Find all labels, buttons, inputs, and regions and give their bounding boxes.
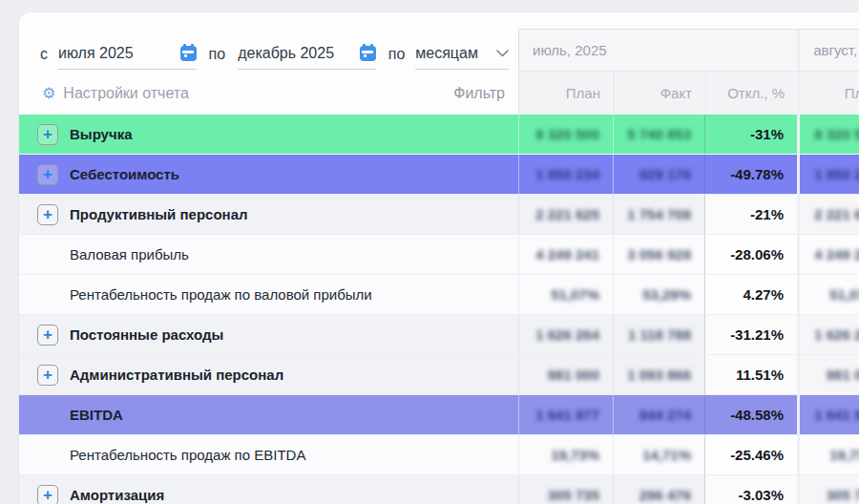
calendar-icon[interactable] — [180, 45, 197, 61]
date-from-field[interactable]: июля 2025 — [58, 40, 197, 70]
fact-value: 844 274 — [639, 407, 691, 423]
fact-cell: 1 093 866 — [613, 355, 704, 394]
next-month-plan-cell: 2 221 625 — [797, 195, 859, 234]
row-label: Рентабельность продаж по EBITDA — [70, 447, 305, 463]
plan-cell: 51,07% — [518, 275, 613, 314]
row-label: Рентабельность продаж по валовой прибыли — [70, 286, 372, 303]
table-row[interactable]: Рентабельность продаж по валовой прибыли… — [19, 275, 859, 315]
plan-value: 19,73% — [551, 447, 599, 463]
row-label: Амортизация — [70, 487, 164, 503]
plan-cell: 1 641 977 — [518, 395, 613, 434]
calendar-icon[interactable] — [360, 45, 376, 61]
plan-value: 51,07% — [551, 286, 599, 303]
table-row[interactable]: + Амортизация 305 735 296 476 -3.03% 305… — [19, 475, 859, 504]
fact-value: 1 118 788 — [628, 326, 691, 343]
report-settings-button[interactable]: ⚙ Настройки отчета — [42, 85, 189, 102]
deviation-cell: -31% — [704, 115, 797, 154]
expand-button[interactable]: + — [37, 204, 58, 225]
fact-value: 5 740 853 — [627, 126, 691, 142]
table-row[interactable]: Рентабельность продаж по EBITDA 19,73% 1… — [19, 435, 859, 475]
row-label: Продуктивный персонал — [70, 206, 248, 222]
next-month-plan-cell: 4 249 241 — [797, 235, 859, 274]
next-month-plan-value: 1 641 977 — [814, 407, 859, 423]
table-row[interactable]: + Себестоимость 1 850 234 929 176 -49.78… — [19, 155, 859, 195]
row-label-cell: Валовая прибыль — [19, 235, 518, 274]
plan-value: 1 641 977 — [535, 407, 599, 423]
plan-cell: 1 850 234 — [518, 155, 613, 194]
deviation-cell: -31.21% — [704, 315, 797, 354]
deviation-cell: -3.03% — [704, 475, 797, 504]
row-label: Себестоимость — [70, 166, 179, 182]
month-header-july: июль, 2025 — [519, 30, 797, 71]
plan-cell: 1 626 264 — [518, 315, 613, 354]
row-label: EBITDA — [70, 407, 123, 423]
fact-value: 53,29% — [642, 286, 691, 303]
expand-button[interactable]: + — [37, 485, 58, 504]
report-card: с июля 2025 по декабрь 2025 по месяцам — [19, 12, 859, 504]
plan-value: 1 626 264 — [535, 326, 599, 343]
row-label-cell: + Амортизация — [19, 475, 518, 504]
next-month-plan-value: 981 000 — [827, 367, 859, 383]
date-to-value[interactable]: декабрь 2025 — [238, 45, 334, 64]
group-by-dropdown[interactable]: месяцам — [415, 40, 509, 70]
next-month-plan-cell: 1 850 234 — [797, 155, 859, 194]
plan-cell: 981 000 — [518, 355, 613, 394]
deviation-cell: -48.58% — [704, 395, 797, 434]
column-header-fact: Факт — [614, 72, 705, 115]
plan-value: 2 221 625 — [535, 206, 599, 222]
group-by-value[interactable]: месяцам — [415, 45, 478, 64]
next-month-plan-cell: 981 000 — [797, 355, 859, 394]
deviation-cell: -28.06% — [704, 235, 797, 274]
next-month-plan-cell: 19,73% — [797, 435, 859, 474]
row-label: Выручка — [70, 126, 133, 142]
plan-cell: 4 249 241 — [518, 235, 613, 274]
deviation-cell: 4.27% — [704, 275, 797, 314]
report-table: + Выручка 8 320 500 5 740 853 -31% 8 320… — [19, 115, 859, 504]
table-header: июль, 2025 август, 2025 План Факт Откл.,… — [518, 29, 859, 115]
row-label-cell: + Продуктивный персонал — [19, 195, 518, 234]
table-row[interactable]: + Продуктивный персонал 2 221 625 1 754 … — [19, 195, 859, 235]
row-label-cell: + Выручка — [19, 115, 518, 154]
filter-button[interactable]: Фильтр — [453, 85, 505, 102]
plan-value: 305 735 — [548, 487, 599, 503]
fact-value: 1 754 708 — [627, 206, 691, 222]
fact-cell: 1 754 708 — [613, 195, 704, 234]
row-label-cell: Рентабельность продаж по EBITDA — [19, 435, 518, 474]
fact-value: 1 093 866 — [627, 367, 691, 383]
row-label-cell: EBITDA — [19, 395, 518, 434]
date-to-field[interactable]: декабрь 2025 — [238, 40, 376, 70]
next-month-plan-value: 8 320 500 — [814, 126, 859, 142]
next-month-plan-cell: 1 641 977 — [797, 395, 859, 434]
row-label-cell: + Себестоимость — [19, 155, 518, 194]
fact-cell: 296 476 — [613, 475, 704, 504]
expand-button[interactable]: + — [37, 325, 58, 346]
row-label-cell: + Постоянные расходы — [19, 315, 518, 354]
fact-cell: 929 176 — [613, 155, 704, 194]
report-settings-label: Настройки отчета — [63, 85, 189, 102]
table-row[interactable]: + Выручка 8 320 500 5 740 853 -31% 8 320… — [19, 115, 859, 155]
from-label: с — [40, 46, 48, 63]
row-label: Административный персонал — [70, 367, 283, 383]
group-by-label: по — [388, 46, 406, 63]
deviation-cell: -49.78% — [704, 155, 797, 194]
table-row[interactable]: + Административный персонал 981 000 1 09… — [19, 355, 859, 395]
expand-button[interactable]: + — [37, 164, 58, 185]
next-month-plan-value: 1 850 234 — [814, 166, 859, 182]
table-row[interactable]: EBITDA 1 641 977 844 274 -48.58% 1 641 9… — [19, 395, 859, 435]
expand-button[interactable]: + — [37, 124, 58, 145]
expand-button[interactable]: + — [37, 365, 58, 386]
plan-cell: 19,73% — [518, 435, 613, 474]
next-month-plan-value: 1 626 264 — [814, 326, 859, 343]
fact-value: 296 476 — [639, 487, 691, 503]
next-month-plan-cell: 305 735 — [797, 475, 859, 504]
fact-value: 14,71% — [642, 447, 691, 463]
plan-value: 8 320 500 — [535, 126, 599, 142]
table-row[interactable]: + Постоянные расходы 1 626 264 1 118 788… — [19, 315, 859, 355]
next-month-plan-cell: 8 320 500 — [797, 115, 859, 154]
next-month-plan-value: 4 249 241 — [814, 246, 859, 262]
date-from-value[interactable]: июля 2025 — [58, 45, 134, 64]
next-month-plan-value: 2 221 625 — [814, 206, 859, 222]
fact-value: 929 176 — [639, 166, 691, 182]
row-label-cell: + Административный персонал — [19, 355, 518, 394]
table-row[interactable]: Валовая прибыль 4 249 241 3 056 928 -28.… — [19, 235, 859, 275]
